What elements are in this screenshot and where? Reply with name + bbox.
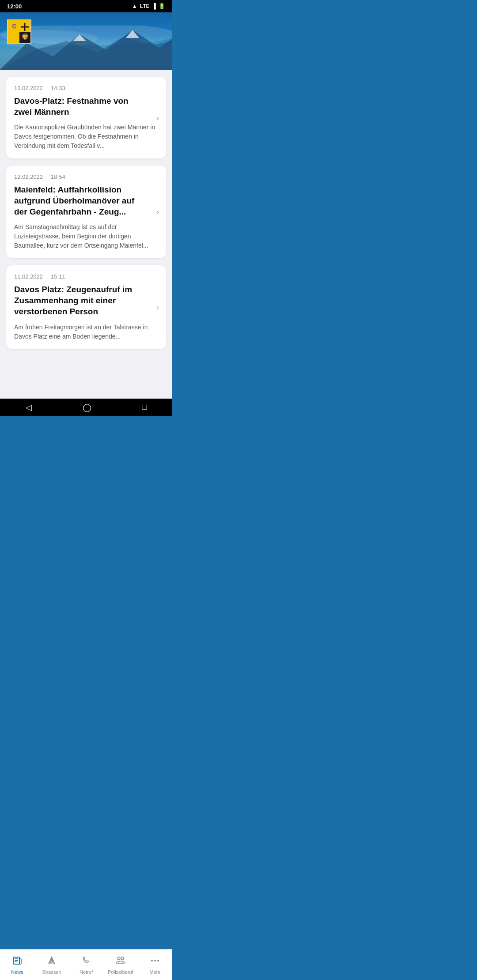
signal-icon: ▐ [152,3,156,9]
card-meta-2: 12.02.2022 18:54 [14,173,158,180]
recents-button[interactable]: □ [142,403,147,412]
card-date-1: 13.02.2022 [14,85,43,91]
card-date-3: 11.02.2022 [14,273,43,280]
app-logo: 🦁 🦁 [7,19,31,44]
home-button[interactable]: ◯ [83,403,91,412]
news-card-3[interactable]: 11.02.2022 15:11 Davos Platz: Zeugenaufr… [6,265,166,349]
card-chevron-2: › [156,207,159,217]
card-excerpt-3: Am frühen Freitagmorgen ist an der Talst… [14,323,158,341]
card-time-1: 14:33 [51,85,65,91]
card-chevron-3: › [156,302,159,312]
card-meta-1: 13.02.2022 14:33 [14,85,158,91]
status-icons: ▲ LTE ▐ 🔋 [132,3,165,9]
card-excerpt-2: Am Samstagnachmittag ist es auf der Luzi… [14,222,158,250]
card-time-2: 18:54 [51,173,65,180]
battery-icon: 🔋 [159,3,165,9]
card-meta-3: 11.02.2022 15:11 [14,273,158,280]
status-time: 12:00 [7,3,22,10]
card-title-2: Maienfeld: Auffahrkollision aufgrund Übe… [14,185,158,217]
card-time-3: 15:11 [51,273,65,280]
card-title-1: Davos-Platz: Festnahme von zwei Männern [14,96,158,117]
card-title-3: Davos Platz: Zeugenaufruf im Zusammenhan… [14,284,158,317]
news-list: 13.02.2022 14:33 Davos-Platz: Festnahme … [0,70,172,399]
card-chevron-1: › [156,113,159,122]
news-card-2[interactable]: 12.02.2022 18:54 Maienfeld: Auffahrkolli… [6,166,166,258]
status-bar: 12:00 ▲ LTE ▐ 🔋 [0,0,172,12]
back-button[interactable]: ◁ [26,403,32,412]
news-card-1[interactable]: 13.02.2022 14:33 Davos-Platz: Festnahme … [6,77,166,158]
lte-label: LTE [140,3,150,9]
card-excerpt-1: Die Kantonspolizei Graubünden hat zwei M… [14,123,158,151]
android-nav-bar: ◁ ◯ □ [0,399,172,416]
card-date-2: 12.02.2022 [14,173,43,180]
wifi-icon: ▲ [132,3,137,9]
app-header: 🦁 🦁 [0,12,172,70]
